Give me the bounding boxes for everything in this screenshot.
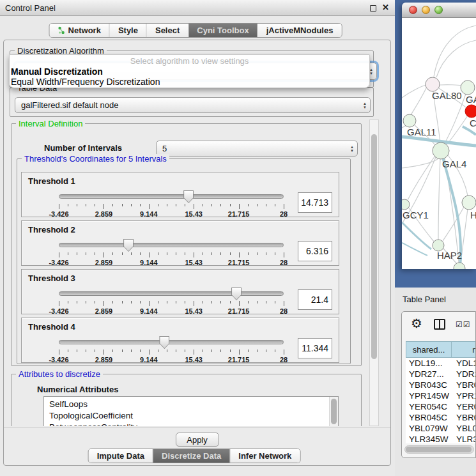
threshold-value-field[interactable] [298,192,332,213]
slider-thumb[interactable] [183,190,194,203]
tab-network[interactable]: Network [50,24,110,37]
table-row[interactable]: YPR145W YPR1 [406,390,476,401]
table-row[interactable]: YBL079W YBL0 [406,423,476,434]
network-node-gal4[interactable] [433,142,449,159]
slider-track[interactable] [59,194,284,199]
threshold-label: Threshold 3 [28,273,75,283]
dropdown-option-manual-discretization[interactable]: Manual Discretization [10,66,369,77]
table-row[interactable]: YDR27... YDR2 [406,369,476,380]
table-row[interactable]: YDL19... YDL1 [406,358,476,369]
network-node-gcy1[interactable] [402,199,410,210]
combo-arrows-icon: ▲▼ [360,102,370,109]
table-row[interactable]: YBR045C YBR0 [406,412,476,423]
table-hscrollbar-thumb[interactable] [406,447,472,452]
table-data-combobox[interactable]: galFiltered.sif default node ▲▼ [15,97,371,113]
network-edge-highlighted [402,243,427,256]
threshold-value-field[interactable] [298,289,332,310]
desktop-background: GAL80GACGAL11GAL4GCY1HHAP2 [395,0,476,288]
threshold-slider[interactable]: -3.4262.8599.14415.4321.71528 [59,239,284,266]
threshold-slider[interactable]: -3.4262.8599.14415.4321.71528 [59,288,284,314]
slider-track[interactable] [59,243,284,247]
scale-tick-label: -3.426 [49,356,68,364]
panel-scrollbar-thumb[interactable] [371,134,377,359]
tab-discretize-data[interactable]: Discretize Data [153,449,230,463]
table-cell: YPR145W [406,391,452,401]
network-node-gal11[interactable] [403,114,416,127]
minimize-traffic-light[interactable] [422,6,430,14]
float-window-icon[interactable] [370,5,376,12]
attributes-group: Attributes to discretize Numerical Attri… [11,374,362,426]
close-icon[interactable]: ✕ [382,3,389,12]
table-row[interactable]: YER054C YER0 [406,401,476,412]
threshold-value-field[interactable] [298,241,332,261]
table-cell: YDR2 [452,369,476,379]
table-row[interactable]: YLR345W YLR3 [406,434,476,443]
zoom-traffic-light[interactable] [434,6,443,14]
tab-style[interactable]: Style [110,24,147,37]
tab-infer-network[interactable]: Infer Network [230,449,300,463]
threshold-panel: Threshold 2 -3.4262.8599.14415.4321.7152… [21,220,339,266]
table-header: shared... na [406,341,476,358]
network-node-label: GAL4 [442,158,466,169]
threshold-label: Threshold 2 [28,225,75,234]
threshold-slider[interactable]: -3.4262.8599.14415.4321.71528 [59,336,284,363]
dropdown-option-equal-width-frequency[interactable]: Equal Width/Frequency Discretization [10,77,369,87]
tab-jactivemnodules[interactable]: jActiveMNodules [258,24,342,37]
tab-cyni-toolbox[interactable]: Cyni Toolbox [188,24,257,37]
columns-icon[interactable] [434,319,445,330]
network-node-label: GCY1 [403,210,429,220]
slider-thumb-face [124,240,133,251]
threshold-panel: Threshold 1 -3.4262.8599.14415.4321.7152… [21,172,339,217]
numerical-attribute-item[interactable]: TopologicalCoefficient [49,410,338,422]
slider-ticks [59,301,284,307]
number-of-intervals-combobox[interactable]: 5 ▲▼ [156,141,358,157]
threshold-slider[interactable]: -3.4262.8599.14415.4321.71528 [59,190,284,217]
select-columns-checkboxes-icon[interactable]: ☑☑ [456,320,471,329]
table-panel-title: Table Panel [403,295,446,304]
slider-thumb[interactable] [123,239,134,252]
network-view[interactable]: GAL80GACGAL11GAL4GCY1HHAP2 [402,18,476,269]
network-edge [447,116,468,144]
network-node-h[interactable] [462,196,476,210]
tab-select[interactable]: Select [147,24,188,37]
slider-thumb[interactable] [231,288,242,300]
scale-tick-label: 9.144 [140,210,158,218]
column-header-name[interactable]: na [452,341,476,358]
list-scrollbar[interactable] [329,397,338,426]
slider-track[interactable] [59,291,284,296]
slider-thumb[interactable] [159,336,169,349]
network-node-c[interactable] [465,105,476,118]
table-row[interactable]: YBR043C YBR0 [406,380,476,390]
cyni-toolbox-panel: Discretization Algorithm ▲▼ Select algor… [3,40,391,466]
network-node-label: GAL11 [407,127,436,137]
list-scrollbar-thumb[interactable] [331,399,337,424]
table-rows: YDL19... YDL1 YDR27... YDR2 YBR043C YBR0… [406,358,476,443]
network-node[interactable] [454,263,465,269]
network-node-label: H [470,210,476,220]
close-traffic-light[interactable] [409,6,417,14]
numerical-attribute-item[interactable]: BetweennessCentrality [49,422,338,426]
panel-scrollbar[interactable] [369,119,379,426]
network-node-gal80[interactable] [426,77,440,91]
slider-track[interactable] [59,340,284,344]
threshold-value-field[interactable] [298,338,332,358]
numerical-attribute-item[interactable]: SelfLoops [49,399,338,410]
tab-impute-data[interactable]: Impute Data [89,449,153,463]
threshold-label: Threshold 1 [28,176,75,186]
gear-icon[interactable]: ⚙ [411,316,422,331]
slider-scale-labels: -3.4262.8599.14415.4321.71528 [59,356,284,364]
threshold-panel: Threshold 3 -3.4262.8599.14415.4321.7152… [21,269,339,314]
table-data-selected-value: galFiltered.sif default node [15,100,360,110]
tab-label: Select [155,26,180,35]
table-hscrollbar[interactable] [404,445,474,454]
scale-tick-label: 2.859 [95,210,113,218]
network-node-ga[interactable] [461,81,475,95]
apply-strip: Apply [4,427,390,447]
thresholds-group: Threshold's Coordinates for 5 Intervals … [17,158,351,364]
numerical-attributes-list[interactable]: SelfLoopsTopologicalCoefficientBetweenne… [43,396,339,426]
slider-ticks [59,204,284,210]
column-header-shared-name[interactable]: shared... [406,341,452,358]
table-toolbar: ⚙ ☑☑ [402,312,476,340]
apply-button[interactable]: Apply [176,433,219,447]
slider-scale-labels: -3.4262.8599.14415.4321.71528 [59,307,284,315]
